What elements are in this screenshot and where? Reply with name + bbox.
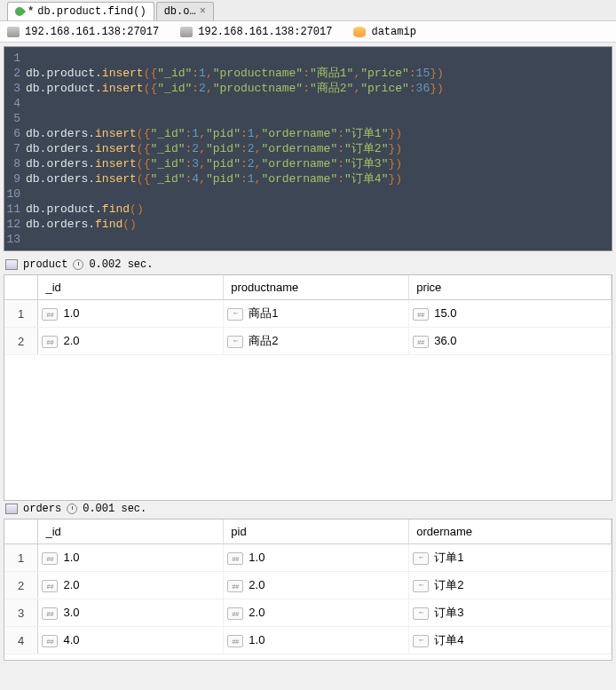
table-cell[interactable]: ""订单3 xyxy=(409,599,612,627)
grid-icon xyxy=(5,504,18,514)
line-number: 12 xyxy=(4,217,26,232)
orders-result-section: orders 0.001 sec. _id pid ordername 1##1… xyxy=(4,499,612,661)
code-text: db.orders.insert({"_id":1,"pid":1,"order… xyxy=(26,126,402,141)
type-badge-icon: ## xyxy=(413,336,429,348)
row-number: 1 xyxy=(4,544,38,572)
line-number: 6 xyxy=(4,126,26,141)
cell-value: 2.0 xyxy=(249,606,265,619)
col-header[interactable]: productname xyxy=(224,275,409,300)
code-line[interactable]: 10 xyxy=(4,186,612,202)
code-line[interactable]: 13 xyxy=(4,232,612,247)
code-line[interactable]: 2db.product.insert({"_id":1,"productname… xyxy=(4,66,612,81)
cell-value: 2.0 xyxy=(63,334,79,347)
col-header[interactable]: _id xyxy=(38,275,224,300)
type-badge-icon: "" xyxy=(413,552,429,565)
modified-icon: * xyxy=(28,5,34,18)
cell-value: 3.0 xyxy=(63,606,79,619)
table-row[interactable]: 2##2.0##2.0""订单2 xyxy=(4,572,612,599)
tab-title: db.product.find() xyxy=(37,5,146,18)
type-badge-icon: "" xyxy=(227,308,243,321)
clock-icon xyxy=(67,504,77,514)
close-icon[interactable]: × xyxy=(200,5,206,18)
tab-product-find[interactable]: * db.product.find() xyxy=(7,2,154,20)
col-header[interactable]: pid xyxy=(224,519,409,544)
table-row[interactable]: 1##1.0##1.0""订单1 xyxy=(4,544,612,572)
row-number: 4 xyxy=(4,627,38,654)
table-cell[interactable]: ""订单4 xyxy=(409,627,612,654)
table-cell[interactable]: ##4.0 xyxy=(38,627,224,654)
table-cell[interactable]: ""订单1 xyxy=(409,544,612,572)
table-cell[interactable]: ##15.0 xyxy=(409,300,612,328)
table-row[interactable]: 3##3.0##2.0""订单3 xyxy=(4,599,612,627)
database-icon xyxy=(353,27,366,37)
code-text: db.orders.find() xyxy=(26,217,137,232)
code-text: db.orders.insert({"_id":3,"pid":2,"order… xyxy=(26,156,402,171)
row-number: 2 xyxy=(4,572,38,599)
result-name: product xyxy=(23,258,67,271)
col-header[interactable]: _id xyxy=(38,519,224,544)
table-row[interactable]: 1##1.0""商品1##15.0 xyxy=(4,300,612,328)
tab-orders[interactable]: db.o… × xyxy=(156,2,214,20)
orders-table[interactable]: _id pid ordername 1##1.0##1.0""订单12##2.0… xyxy=(4,519,612,654)
host2[interactable]: 192.168.161.138:27017 xyxy=(198,26,332,38)
table-cell[interactable]: ""订单2 xyxy=(409,572,612,599)
code-line[interactable]: 3db.product.insert({"_id":2,"productname… xyxy=(4,81,612,96)
code-editor[interactable]: 12db.product.insert({"_id":1,"productnam… xyxy=(4,46,612,251)
col-header[interactable]: ordername xyxy=(409,519,612,544)
cell-value: 1.0 xyxy=(249,551,265,564)
code-line[interactable]: 7db.orders.insert({"_id":2,"pid":2,"orde… xyxy=(4,141,612,156)
type-badge-icon: "" xyxy=(413,580,429,592)
code-line[interactable]: 12db.orders.find() xyxy=(4,217,612,232)
code-line[interactable]: 9db.orders.insert({"_id":4,"pid":1,"orde… xyxy=(4,171,612,186)
type-badge-icon: ## xyxy=(42,552,58,565)
code-text: db.orders.insert({"_id":2,"pid":2,"order… xyxy=(26,141,402,156)
table-row[interactable]: 2##2.0""商品2##36.0 xyxy=(4,328,612,355)
clock-icon xyxy=(73,259,83,270)
type-badge-icon: ## xyxy=(227,635,243,647)
table-cell[interactable]: ##2.0 xyxy=(224,572,409,599)
table-cell[interactable]: ##2.0 xyxy=(224,599,409,627)
table-cell[interactable]: ""商品2 xyxy=(224,328,409,355)
table-cell[interactable]: ##2.0 xyxy=(38,328,224,355)
host1[interactable]: 192.168.161.138:27017 xyxy=(25,26,159,38)
line-number: 7 xyxy=(4,141,26,156)
code-line[interactable]: 6db.orders.insert({"_id":1,"pid":1,"orde… xyxy=(4,126,612,141)
code-line[interactable]: 5 xyxy=(4,111,612,126)
line-number: 3 xyxy=(4,81,26,96)
cell-value: 2.0 xyxy=(249,578,265,591)
product-table[interactable]: _id productname price 1##1.0""商品1##15.02… xyxy=(4,275,612,355)
database-name[interactable]: datamip xyxy=(371,26,415,38)
orders-table-wrap: _id pid ordername 1##1.0##1.0""订单12##2.0… xyxy=(4,519,612,661)
table-cell[interactable]: ##3.0 xyxy=(38,599,224,627)
cell-value: 36.0 xyxy=(434,334,456,347)
table-cell[interactable]: ##1.0 xyxy=(224,627,409,654)
cell-value: 商品1 xyxy=(249,306,278,320)
table-cell[interactable]: ##2.0 xyxy=(38,572,224,599)
table-cell[interactable]: ##36.0 xyxy=(409,328,612,355)
leaf-icon xyxy=(13,5,26,18)
type-badge-icon: ## xyxy=(42,607,58,620)
code-line[interactable]: 8db.orders.insert({"_id":3,"pid":2,"orde… xyxy=(4,156,612,171)
product-result-section: product 0.002 sec. _id productname price… xyxy=(4,255,612,499)
tab-bar: * db.product.find() db.o… × xyxy=(0,0,616,21)
cell-value: 订单1 xyxy=(434,551,463,564)
code-line[interactable]: 1 xyxy=(4,51,612,66)
type-badge-icon: ## xyxy=(42,308,58,321)
code-line[interactable]: 4 xyxy=(4,96,612,111)
grid-icon xyxy=(5,259,18,270)
table-cell[interactable]: ##1.0 xyxy=(38,300,224,328)
type-badge-icon: ## xyxy=(227,607,243,620)
type-badge-icon: "" xyxy=(413,635,429,647)
corner-cell xyxy=(4,275,38,300)
code-line[interactable]: 11db.product.find() xyxy=(4,202,612,217)
row-number: 3 xyxy=(4,599,38,627)
result-header: product 0.002 sec. xyxy=(4,255,612,274)
connection-bar: 192.168.161.138:27017 192.168.161.138:27… xyxy=(0,21,616,43)
type-badge-icon: ## xyxy=(413,308,429,321)
table-cell[interactable]: ##1.0 xyxy=(224,544,409,572)
type-badge-icon: "" xyxy=(227,336,243,348)
col-header[interactable]: price xyxy=(409,275,612,300)
table-cell[interactable]: ""商品1 xyxy=(224,300,409,328)
table-row[interactable]: 4##4.0##1.0""订单4 xyxy=(4,627,612,654)
table-cell[interactable]: ##1.0 xyxy=(38,544,224,572)
